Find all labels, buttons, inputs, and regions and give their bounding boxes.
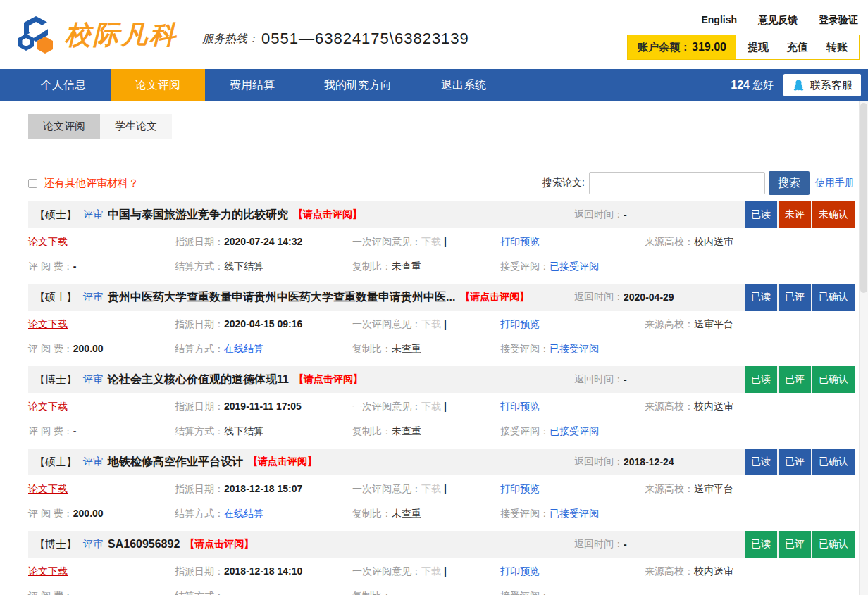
click-to-review-link[interactable]: 【请点击评阅】 bbox=[294, 373, 363, 386]
transfer-link[interactable]: 转账 bbox=[826, 41, 848, 54]
status-badge[interactable]: 已读 bbox=[745, 531, 777, 558]
opinion-download-disabled: 下载 bbox=[421, 483, 441, 494]
status-badge[interactable]: 已读 bbox=[745, 449, 777, 475]
tabs: 论文评阅 学生论文 bbox=[28, 114, 855, 139]
copy-ratio-cell: 复制比：未查重 bbox=[352, 508, 500, 520]
status-badge[interactable]: 已确认 bbox=[812, 284, 855, 311]
nav-item-logout[interactable]: 退出系统 bbox=[416, 69, 511, 101]
other-materials-checkbox[interactable] bbox=[28, 179, 37, 188]
tab-paper-review[interactable]: 论文评阅 bbox=[28, 114, 100, 139]
paper-download-link[interactable]: 论文下载 bbox=[28, 236, 68, 247]
login-verify-link[interactable]: 登录验证 bbox=[819, 14, 858, 27]
paper-download-link[interactable]: 论文下载 bbox=[28, 565, 68, 577]
status-badge[interactable]: 已评 bbox=[779, 284, 811, 311]
accept-review-link[interactable]: 已接受评阅 bbox=[550, 261, 599, 272]
return-time-label: 返回时间： bbox=[574, 456, 624, 468]
print-preview-link[interactable]: 打印预览 bbox=[500, 401, 540, 412]
paper-download-link[interactable]: 论文下载 bbox=[28, 401, 68, 412]
accept-review-link[interactable]: 已接受评阅 bbox=[550, 508, 599, 519]
language-link[interactable]: English bbox=[701, 14, 737, 27]
account-balance: 账户余额：319.00 bbox=[628, 35, 736, 59]
recharge-link[interactable]: 充值 bbox=[787, 41, 808, 54]
print-preview-link[interactable]: 打印预览 bbox=[500, 483, 540, 494]
review-link[interactable]: 评审 bbox=[83, 456, 103, 468]
review-fee-value: - bbox=[73, 261, 77, 272]
status-badges: 已读已评已确认 bbox=[745, 449, 855, 475]
return-time-value: - bbox=[624, 539, 627, 550]
assign-date-value: 2020-07-24 14:32 bbox=[224, 236, 302, 247]
click-to-review-link[interactable]: 【请点击评阅】 bbox=[185, 538, 254, 551]
status-badge[interactable]: 已评 bbox=[779, 449, 811, 475]
copy-ratio-cell: 复制比：未查重 bbox=[352, 425, 500, 438]
paper-heading: 【博士】 评审 SA160956892 【请点击评阅】 bbox=[35, 531, 574, 558]
status-badge[interactable]: 已确认 bbox=[812, 366, 855, 393]
click-to-review-link[interactable]: 【请点击评阅】 bbox=[460, 291, 529, 303]
settle-method-label: 结算方式： bbox=[175, 343, 224, 354]
review-fee-label: 评 阅 费： bbox=[28, 425, 73, 437]
accept-review-cell: 接受评阅：已接受评阅 bbox=[500, 343, 645, 356]
source-school-value: 校内送审 bbox=[694, 565, 733, 577]
nav-right: 124您好 联系客服 bbox=[731, 69, 861, 101]
first-opinion-cell: 一次评阅意见：下载 | bbox=[352, 401, 500, 413]
status-badge[interactable]: 已确认 bbox=[812, 531, 855, 558]
status-badge[interactable]: 已读 bbox=[745, 366, 777, 393]
status-badge[interactable]: 已读 bbox=[745, 284, 777, 311]
click-to-review-link[interactable]: 【请点击评阅】 bbox=[248, 456, 317, 468]
review-fee-cell: 评 阅 费：200.00 bbox=[28, 508, 175, 520]
review-fee-value: 200.00 bbox=[73, 343, 104, 354]
detail-line-1: 论文下载 指派日期：2018-12-18 15:07 一次评阅意见：下载 | 打… bbox=[28, 483, 855, 496]
scrollbar-thumb[interactable] bbox=[860, 103, 867, 293]
status-badges: 已读已评已确认 bbox=[745, 284, 855, 311]
status-badge[interactable]: 已评 bbox=[779, 366, 811, 393]
other-materials-filter: 还有其他评审材料？ bbox=[28, 177, 139, 190]
return-time-label: 返回时间： bbox=[574, 208, 624, 221]
print-preview-link[interactable]: 打印预览 bbox=[500, 236, 540, 247]
nav-item-research-direction[interactable]: 我的研究方向 bbox=[299, 69, 416, 101]
paper-heading: 【硕士】 评审 贵州中医药大学查重数量申请贵州中医药大学查重数量申请贵州中医..… bbox=[35, 284, 574, 311]
accept-review-label: 接受评阅： bbox=[500, 261, 550, 272]
contact-service-button[interactable]: 联系客服 bbox=[783, 74, 861, 96]
withdraw-link[interactable]: 提现 bbox=[748, 41, 769, 54]
paper-title: 中国与泰国旅游业竞争力的比较研究 bbox=[108, 208, 288, 223]
paper-download-link[interactable]: 论文下载 bbox=[28, 483, 68, 494]
settle-method-value[interactable]: 在线结算 bbox=[224, 343, 264, 354]
search-button[interactable]: 搜索 bbox=[769, 171, 810, 195]
pipe-separator: | bbox=[444, 318, 447, 330]
copy-ratio-label: 复制比： bbox=[352, 261, 392, 272]
review-link[interactable]: 评审 bbox=[83, 373, 103, 386]
accept-review-label: 接受评阅： bbox=[500, 425, 550, 437]
feedback-link[interactable]: 意见反馈 bbox=[758, 14, 798, 27]
nav-item-personal-info[interactable]: 个人信息 bbox=[16, 69, 111, 101]
tab-student-papers[interactable]: 学生论文 bbox=[100, 114, 172, 139]
click-to-review-link[interactable]: 【请点击评阅】 bbox=[293, 208, 362, 221]
accept-review-link[interactable]: 已接受评阅 bbox=[550, 343, 599, 354]
return-time-value: - bbox=[624, 209, 627, 220]
status-badge[interactable]: 已评 bbox=[779, 531, 811, 558]
accept-review-link[interactable]: 已接受评阅 bbox=[550, 425, 599, 437]
nav-item-fee-settlement[interactable]: 费用结算 bbox=[205, 69, 299, 101]
paper-row: 【博士】 评审 SA160956892 【请点击评阅】 返回时间： - 已读已评… bbox=[28, 531, 855, 595]
settle-method-value[interactable]: 在线结算 bbox=[224, 508, 264, 519]
settle-method-cell: 结算方式： bbox=[175, 590, 352, 595]
detail-line-2: 评 阅 费： 结算方式： 复制比： 接受评阅： bbox=[28, 590, 855, 595]
degree-label: 【硕士】 bbox=[35, 208, 77, 222]
paper-list: 【硕士】 评审 中国与泰国旅游业竞争力的比较研究 【请点击评阅】 返回时间： -… bbox=[28, 201, 855, 595]
review-link[interactable]: 评审 bbox=[83, 291, 103, 303]
status-badges: 已读已评已确认 bbox=[745, 531, 855, 558]
print-preview-link[interactable]: 打印预览 bbox=[500, 318, 540, 330]
paper-download-link[interactable]: 论文下载 bbox=[28, 318, 68, 330]
print-preview-link[interactable]: 打印预览 bbox=[500, 565, 540, 577]
review-link[interactable]: 评审 bbox=[83, 538, 103, 551]
settle-method-value: 线下结算 bbox=[224, 425, 264, 437]
scrollbar[interactable] bbox=[859, 101, 868, 595]
review-link[interactable]: 评审 bbox=[83, 208, 103, 221]
first-opinion-cell: 一次评阅意见：下载 | bbox=[352, 236, 500, 249]
nav-item-paper-review[interactable]: 论文评阅 bbox=[111, 69, 205, 101]
status-badge[interactable]: 已读 bbox=[745, 201, 777, 228]
status-badge[interactable]: 未确认 bbox=[812, 201, 855, 228]
user-manual-link[interactable]: 使用手册 bbox=[815, 177, 855, 189]
status-badge[interactable]: 未评 bbox=[779, 201, 811, 228]
search-input[interactable] bbox=[589, 172, 765, 194]
review-fee-cell: 评 阅 费：200.00 bbox=[28, 343, 175, 356]
status-badge[interactable]: 已确认 bbox=[812, 449, 855, 475]
